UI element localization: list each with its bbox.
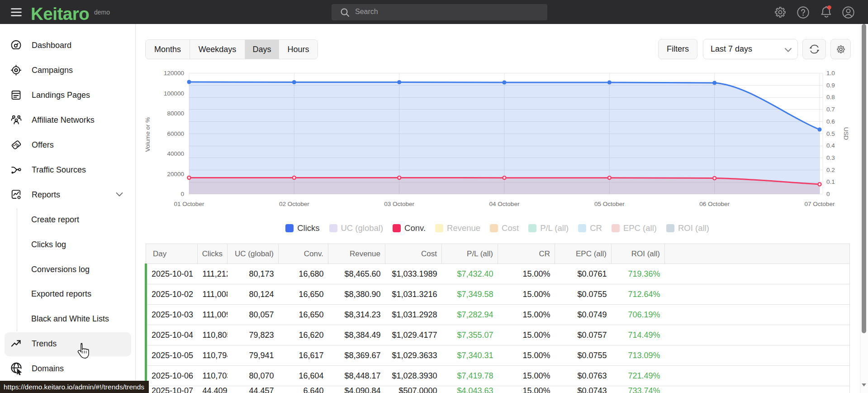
svg-text:0.9: 0.9 bbox=[826, 82, 835, 89]
svg-text:120000: 120000 bbox=[164, 70, 184, 77]
svg-text:05 October: 05 October bbox=[594, 201, 625, 207]
svg-text:Volume or %: Volume or % bbox=[144, 117, 151, 152]
svg-text:100000: 100000 bbox=[164, 90, 184, 97]
svg-text:USD: USD bbox=[843, 127, 849, 140]
svg-text:03 October: 03 October bbox=[384, 201, 414, 207]
svg-text:20000: 20000 bbox=[167, 171, 184, 177]
svg-text:0.7: 0.7 bbox=[826, 106, 835, 113]
svg-text:0.1: 0.1 bbox=[826, 178, 835, 185]
svg-text:0.8: 0.8 bbox=[826, 94, 835, 101]
svg-text:01 October: 01 October bbox=[174, 201, 204, 207]
svg-text:80000: 80000 bbox=[167, 110, 184, 117]
svg-text:0.4: 0.4 bbox=[826, 142, 835, 149]
svg-text:0.5: 0.5 bbox=[826, 130, 835, 137]
svg-text:02 October: 02 October bbox=[279, 201, 309, 207]
svg-text:1.0: 1.0 bbox=[826, 70, 835, 77]
svg-text:07 October: 07 October bbox=[805, 201, 835, 207]
svg-text:0.3: 0.3 bbox=[826, 154, 835, 161]
svg-text:0: 0 bbox=[180, 191, 184, 197]
svg-text:0.2: 0.2 bbox=[826, 167, 835, 173]
svg-text:0: 0 bbox=[826, 191, 830, 197]
svg-text:04 October: 04 October bbox=[489, 201, 520, 207]
svg-text:60000: 60000 bbox=[167, 130, 184, 137]
svg-text:40000: 40000 bbox=[167, 150, 184, 157]
svg-text:0.6: 0.6 bbox=[826, 118, 835, 125]
svg-text:06 October: 06 October bbox=[699, 201, 730, 207]
svg-text:S: S bbox=[14, 141, 20, 148]
